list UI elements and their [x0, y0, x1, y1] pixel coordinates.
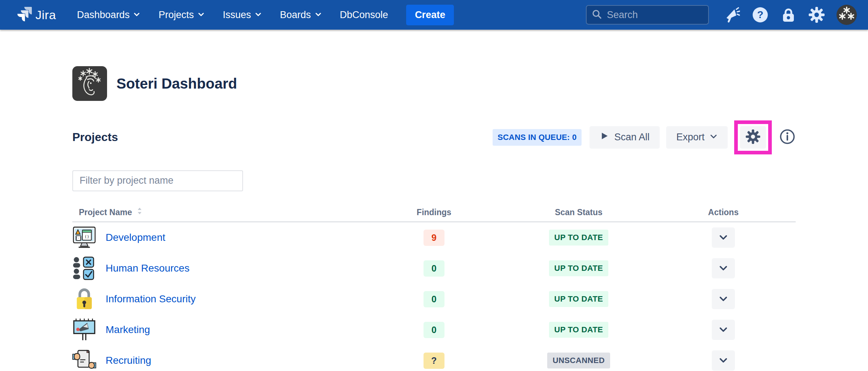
- main-content: Soteri Dashboard Projects SCANS IN QUEUE…: [0, 66, 868, 371]
- scan-status-badge: UP TO DATE: [549, 291, 609, 307]
- project-link[interactable]: Recruiting: [106, 355, 151, 366]
- nav-search-box[interactable]: [586, 5, 709, 25]
- settings-gear-button[interactable]: [740, 126, 766, 149]
- row-actions-button[interactable]: [712, 227, 735, 248]
- sort-icon: [136, 207, 143, 218]
- gear-icon[interactable]: [808, 6, 825, 24]
- chevron-down-icon: [197, 9, 205, 21]
- row-actions-button[interactable]: [712, 320, 735, 340]
- svg-text:(): (): [84, 234, 89, 239]
- column-actions: Actions: [651, 208, 796, 217]
- table-row: Information Security 0 UP TO DATE: [72, 284, 796, 315]
- export-button[interactable]: Export: [666, 126, 728, 149]
- nav-dbconsole-label: DbConsole: [340, 9, 388, 21]
- project-link[interactable]: Information Security: [106, 293, 196, 305]
- svg-text:{·}: {·}: [76, 236, 82, 240]
- scan-status-badge: UP TO DATE: [549, 230, 609, 246]
- info-icon: [779, 129, 795, 146]
- column-project-name[interactable]: Project Name: [72, 207, 362, 218]
- play-icon: [600, 131, 609, 143]
- people-checklist-icon: [72, 256, 96, 280]
- projects-section-title: Projects: [72, 131, 118, 144]
- findings-badge: 9: [424, 230, 444, 246]
- billboard-megaphone-icon: [72, 318, 96, 342]
- nav-projects-label: Projects: [158, 9, 194, 21]
- nav-dashboards[interactable]: Dashboards: [77, 9, 141, 21]
- page-title: Soteri Dashboard: [116, 76, 237, 92]
- chevron-down-icon: [719, 355, 728, 366]
- column-scan-status: Scan Status: [506, 208, 651, 217]
- project-link[interactable]: Marketing: [106, 324, 150, 336]
- jira-brand-text: Jira: [35, 8, 56, 22]
- search-input[interactable]: [606, 9, 703, 21]
- table-row: {·} () Development 9 UP TO DATE: [72, 222, 796, 253]
- top-nav: Jira Dashboards Projects Issues Boards D…: [0, 0, 868, 30]
- chevron-down-icon: [133, 9, 140, 21]
- scan-all-button[interactable]: Scan All: [590, 126, 660, 149]
- row-actions-button[interactable]: [712, 258, 735, 278]
- findings-badge: ?: [424, 353, 444, 369]
- scan-all-label: Scan All: [614, 132, 650, 143]
- create-button[interactable]: Create: [406, 5, 454, 25]
- scan-status-badge: UNSCANNED: [547, 353, 610, 368]
- dev-monitor-icon: {·} (): [72, 226, 96, 250]
- chevron-down-icon: [719, 325, 728, 335]
- user-avatar[interactable]: [836, 4, 857, 25]
- scan-status-badge: UP TO DATE: [549, 322, 609, 338]
- scans-in-queue-badge: SCANS IN QUEUE: 0: [493, 129, 582, 146]
- nav-dbconsole[interactable]: DbConsole: [340, 9, 388, 21]
- chevron-down-icon: [719, 294, 728, 304]
- table-header-row: Project Name Findings Scan Status Action…: [72, 204, 796, 222]
- nav-boards-label: Boards: [280, 9, 311, 21]
- gear-icon: [745, 129, 761, 145]
- chevron-down-icon: [710, 132, 718, 143]
- announcement-icon[interactable]: [723, 6, 741, 24]
- search-icon: [592, 9, 602, 21]
- table-row: Human Resources 0 UP TO DATE: [72, 253, 796, 284]
- nav-issues[interactable]: Issues: [223, 9, 262, 21]
- export-label: Export: [676, 132, 705, 143]
- project-link[interactable]: Human Resources: [106, 263, 190, 274]
- chevron-down-icon: [255, 9, 262, 21]
- findings-badge: 0: [424, 322, 444, 338]
- table-body: {·} () Development 9 UP TO DATE: [72, 222, 796, 371]
- column-findings: Findings: [362, 208, 506, 217]
- chevron-down-icon: [719, 233, 728, 243]
- filter-wrap: [72, 170, 796, 191]
- jira-logo[interactable]: Jira: [17, 7, 56, 23]
- row-actions-button[interactable]: [712, 289, 735, 309]
- lock-icon[interactable]: [780, 6, 797, 24]
- projects-section-header: Projects SCANS IN QUEUE: 0 Scan All Expo…: [72, 120, 796, 154]
- table-row: Recruiting ? UNSCANNED: [72, 345, 796, 371]
- svg-text:?: ?: [757, 9, 763, 20]
- page-header: Soteri Dashboard: [72, 66, 796, 102]
- nav-dashboards-label: Dashboards: [77, 9, 130, 21]
- projects-table: Project Name Findings Scan Status Action…: [72, 204, 796, 371]
- chevron-down-icon: [719, 263, 728, 274]
- chevron-down-icon: [315, 9, 322, 21]
- project-link[interactable]: Development: [106, 232, 165, 243]
- findings-badge: 0: [424, 260, 444, 277]
- jira-logo-icon: [17, 7, 32, 23]
- document-hands-icon: [72, 349, 96, 371]
- soteri-face-stars-icon: [72, 66, 107, 101]
- table-row: Marketing 0 UP TO DATE: [72, 315, 796, 345]
- help-icon[interactable]: ?: [752, 6, 769, 24]
- projects-toolbar: SCANS IN QUEUE: 0 Scan All Export: [493, 120, 796, 154]
- nav-issues-label: Issues: [223, 9, 251, 21]
- row-actions-button[interactable]: [712, 350, 735, 371]
- project-filter-input[interactable]: [72, 170, 243, 191]
- nav-boards[interactable]: Boards: [280, 9, 322, 21]
- findings-badge: 0: [424, 291, 444, 307]
- padlock-icon: [72, 287, 96, 311]
- annotation-highlight-box: [734, 120, 772, 154]
- nav-projects[interactable]: Projects: [158, 9, 205, 21]
- info-button[interactable]: [779, 129, 796, 146]
- scan-status-badge: UP TO DATE: [549, 260, 609, 276]
